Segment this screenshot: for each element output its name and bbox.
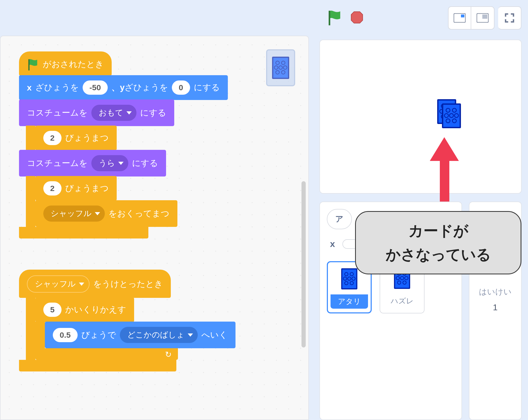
block-when-receive[interactable]: シャッフル をうけとったとき (19, 270, 171, 298)
stop-button[interactable] (350, 11, 364, 25)
green-flag-button[interactable] (327, 9, 342, 26)
block-repeat[interactable]: 5 かいくりかえす (35, 297, 134, 322)
script-area[interactable]: がおされたとき xざひょうを -50 、yざひょうを 0 にする コスチュームを… (0, 36, 309, 420)
stage-header (314, 0, 528, 36)
scrollbar[interactable] (301, 181, 306, 347)
svg-rect-0 (329, 11, 330, 25)
backdrop-label: はいけい (469, 287, 521, 297)
dropdown-receive[interactable]: シャッフル (27, 275, 89, 293)
large-stage-button[interactable] (471, 6, 494, 30)
svg-rect-5 (482, 15, 487, 19)
input-glide-secs[interactable]: 0.5 (53, 328, 78, 342)
dropdown-costume-1[interactable]: おもて (91, 105, 136, 121)
input-y[interactable]: 0 (172, 80, 190, 95)
block-switch-costume-1[interactable]: コスチュームを おもて にする (19, 99, 174, 126)
block-switch-costume-2[interactable]: コスチュームを うら にする (19, 150, 166, 176)
repeat-footer: ↻ (35, 348, 178, 360)
backdrop-count: 1 (469, 303, 521, 312)
input-wait-1[interactable]: 2 (43, 131, 62, 145)
dropdown-glide-target[interactable]: どこかのばしょ (120, 327, 198, 343)
block-when-flag-clicked[interactable]: がおされたとき (19, 51, 112, 76)
block-wait-2[interactable]: 2 びょうまつ (35, 176, 117, 201)
block-goto-xy[interactable]: xざひょうを -50 、yざひょうを 0 にする (19, 75, 228, 100)
c-block-footer (19, 227, 148, 238)
loop-arrow-icon: ↻ (165, 350, 172, 359)
stage[interactable] (319, 40, 522, 194)
dropdown-broadcast[interactable]: シャッフル (43, 206, 105, 222)
block-glide[interactable]: 0.5 びょうで どこかのばしょ へいく (45, 322, 235, 348)
outer-footer (19, 360, 176, 371)
dropdown-costume-2[interactable]: うら (91, 155, 128, 171)
block-label: がおされたとき (43, 59, 104, 70)
stage-card-2[interactable] (442, 103, 461, 128)
input-repeat[interactable]: 5 (43, 303, 62, 317)
sprite-thumb-icon (341, 268, 357, 289)
blocks-stack-1: がおされたとき xざひょうを -50 、yざひょうを 0 にする コスチュームを… (19, 52, 283, 371)
small-stage-button[interactable] (448, 6, 471, 30)
x-label: x (330, 239, 335, 249)
block-broadcast-wait[interactable]: シャッフル をおくってまつ (35, 200, 177, 227)
svg-rect-6 (28, 59, 30, 70)
fullscreen-button[interactable] (498, 6, 521, 30)
block-wait-1[interactable]: 2 びょうまつ (35, 126, 117, 150)
svg-rect-3 (461, 15, 464, 17)
annotation-callout: カードが かさなっている (355, 211, 521, 274)
sprite-name-field[interactable]: ア (327, 209, 352, 229)
input-wait-2[interactable]: 2 (43, 181, 62, 195)
svg-marker-1 (351, 12, 362, 23)
input-x[interactable]: -50 (83, 80, 108, 95)
green-flag-icon (27, 58, 39, 70)
